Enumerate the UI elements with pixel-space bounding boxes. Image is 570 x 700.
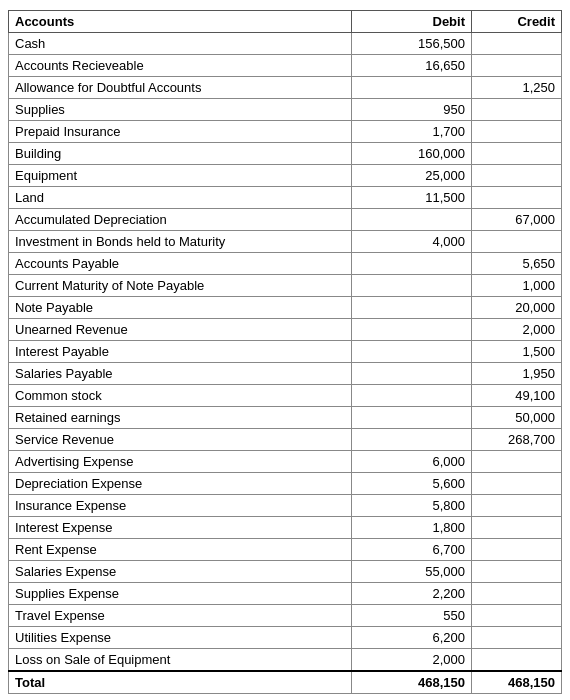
debit-cell: 468,150 [352,671,472,694]
credit-cell [472,451,562,473]
credit-cell: 5,650 [472,253,562,275]
account-cell: Depreciation Expense [9,473,352,495]
credit-cell: 268,700 [472,429,562,451]
table-row: Depreciation Expense5,600 [9,473,562,495]
account-cell: Land [9,187,352,209]
credit-cell [472,473,562,495]
debit-cell [352,385,472,407]
debit-cell: 2,000 [352,649,472,672]
debit-cell: 6,200 [352,627,472,649]
table-row: Note Payable20,000 [9,297,562,319]
debit-cell: 156,500 [352,33,472,55]
debit-cell: 160,000 [352,143,472,165]
account-cell: Building [9,143,352,165]
credit-cell: 20,000 [472,297,562,319]
table-row: Land11,500 [9,187,562,209]
table-row: Rent Expense6,700 [9,539,562,561]
credit-cell [472,143,562,165]
debit-cell [352,275,472,297]
table-row: Travel Expense550 [9,605,562,627]
account-cell: Interest Expense [9,517,352,539]
account-cell: Utilities Expense [9,627,352,649]
credit-cell [472,99,562,121]
account-cell: Unearned Revenue [9,319,352,341]
debit-cell: 25,000 [352,165,472,187]
table-row: Common stock49,100 [9,385,562,407]
credit-cell: 468,150 [472,671,562,694]
account-cell: Cash [9,33,352,55]
credit-cell [472,187,562,209]
credit-cell [472,539,562,561]
account-cell: Insurance Expense [9,495,352,517]
table-row: Accounts Recieveable16,650 [9,55,562,77]
credit-cell: 67,000 [472,209,562,231]
accounts-header: Accounts [9,11,352,33]
table-row: Accounts Payable5,650 [9,253,562,275]
credit-cell: 1,950 [472,363,562,385]
account-cell: Allowance for Doubtful Accounts [9,77,352,99]
credit-cell [472,165,562,187]
debit-cell: 550 [352,605,472,627]
table-row: Allowance for Doubtful Accounts1,250 [9,77,562,99]
debit-cell [352,297,472,319]
table-row: Supplies Expense2,200 [9,583,562,605]
page-container: Accounts Debit Credit Cash156,500Account… [0,0,570,700]
table-row: Accumulated Depreciation67,000 [9,209,562,231]
debit-cell: 5,600 [352,473,472,495]
credit-cell: 50,000 [472,407,562,429]
account-cell: Equipment [9,165,352,187]
account-cell: Retained earnings [9,407,352,429]
credit-cell: 2,000 [472,319,562,341]
debit-cell [352,319,472,341]
credit-cell [472,231,562,253]
credit-cell [472,627,562,649]
account-cell: Investment in Bonds held to Maturity [9,231,352,253]
debit-cell: 950 [352,99,472,121]
trial-balance-table: Accounts Debit Credit Cash156,500Account… [8,10,562,694]
account-cell: Common stock [9,385,352,407]
credit-cell [472,517,562,539]
debit-cell [352,209,472,231]
credit-cell: 49,100 [472,385,562,407]
debit-cell [352,77,472,99]
account-cell: Prepaid Insurance [9,121,352,143]
account-cell: Accounts Recieveable [9,55,352,77]
table-row: Prepaid Insurance1,700 [9,121,562,143]
table-row: Unearned Revenue2,000 [9,319,562,341]
table-header-row: Accounts Debit Credit [9,11,562,33]
account-cell: Loss on Sale of Equipment [9,649,352,672]
debit-cell [352,429,472,451]
debit-cell: 1,800 [352,517,472,539]
account-cell: Accumulated Depreciation [9,209,352,231]
table-row: Salaries Payable1,950 [9,363,562,385]
account-cell: Rent Expense [9,539,352,561]
table-row: Interest Expense1,800 [9,517,562,539]
debit-cell: 11,500 [352,187,472,209]
table-row: Service Revenue268,700 [9,429,562,451]
credit-header: Credit [472,11,562,33]
table-row: Current Maturity of Note Payable1,000 [9,275,562,297]
account-cell: Advertising Expense [9,451,352,473]
table-row: Utilities Expense6,200 [9,627,562,649]
account-cell: Note Payable [9,297,352,319]
account-cell: Supplies Expense [9,583,352,605]
credit-cell [472,649,562,672]
table-row: Insurance Expense5,800 [9,495,562,517]
debit-cell: 1,700 [352,121,472,143]
debit-cell [352,407,472,429]
account-cell: Accounts Payable [9,253,352,275]
table-row: Retained earnings50,000 [9,407,562,429]
debit-cell: 16,650 [352,55,472,77]
account-cell: Current Maturity of Note Payable [9,275,352,297]
account-cell: Travel Expense [9,605,352,627]
table-row: Total468,150468,150 [9,671,562,694]
table-row: Building160,000 [9,143,562,165]
credit-cell [472,33,562,55]
debit-cell [352,363,472,385]
debit-cell: 6,700 [352,539,472,561]
credit-cell [472,561,562,583]
debit-cell: 55,000 [352,561,472,583]
debit-cell [352,341,472,363]
table-row: Cash156,500 [9,33,562,55]
credit-cell: 1,500 [472,341,562,363]
